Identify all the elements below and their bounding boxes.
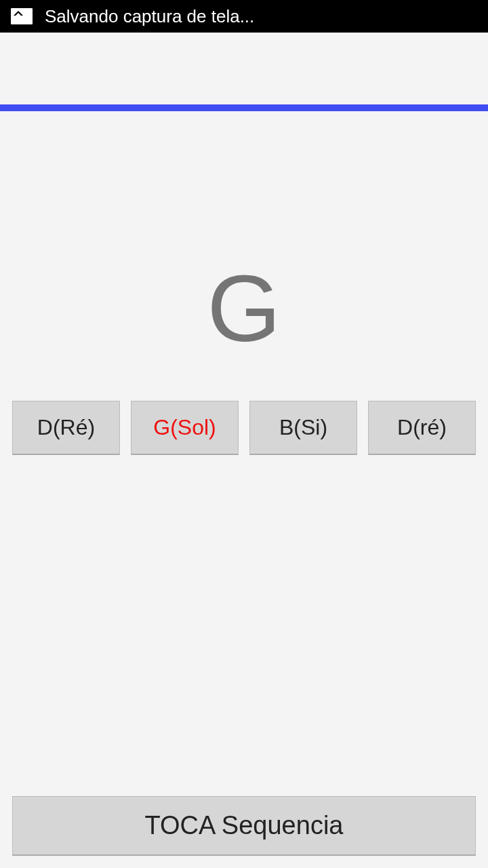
status-text: Salvando captura de tela... — [45, 6, 254, 27]
picture-icon — [11, 8, 33, 24]
string-button-d-re-low[interactable]: D(ré) — [368, 401, 476, 455]
header-spacer — [0, 33, 488, 104]
status-bar: Salvando captura de tela... — [0, 0, 488, 33]
string-button-g-sol[interactable]: G(Sol) — [131, 401, 239, 455]
spacer — [0, 455, 488, 796]
play-sequence-button[interactable]: TOCA Sequencia — [12, 796, 476, 856]
string-button-b-si[interactable]: B(Si) — [249, 401, 357, 455]
string-button-d-re[interactable]: D(Ré) — [12, 401, 120, 455]
current-note-display: G — [0, 254, 488, 363]
content-area: G D(Ré) G(Sol) B(Si) D(ré) TOCA Sequenci… — [0, 111, 488, 868]
string-buttons-row: D(Ré) G(Sol) B(Si) D(ré) — [0, 401, 488, 455]
header-divider — [0, 104, 488, 111]
